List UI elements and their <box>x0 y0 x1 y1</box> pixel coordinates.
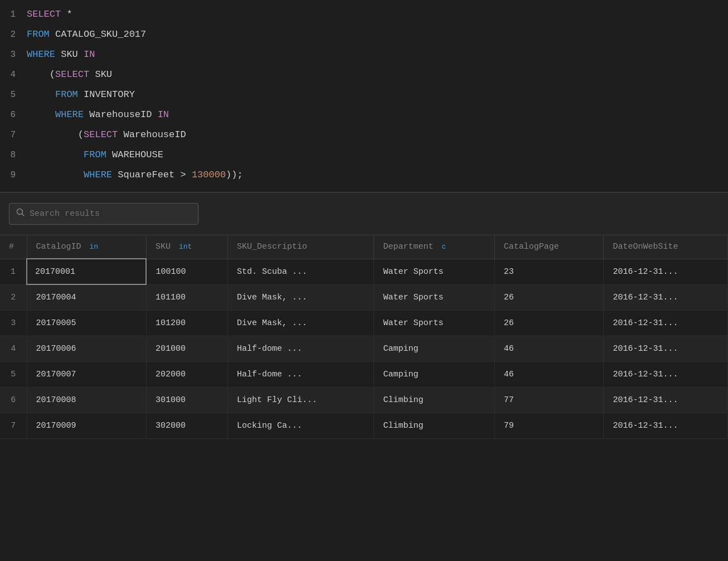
cell-sku-desc[interactable]: Std. Scuba ... <box>227 259 374 284</box>
search-input-wrapper[interactable] <box>9 203 198 225</box>
cell-sku[interactable]: 202000 <box>146 362 227 388</box>
cell-dateonwebsite[interactable]: 2016-12-31... <box>604 388 728 413</box>
col-header-sku-desc: SKU_Descriptio <box>227 235 374 259</box>
cell-department[interactable]: Camping <box>374 336 494 362</box>
sql-line-1: 1 SELECT * <box>0 6 728 26</box>
cell-catalogpage[interactable]: 23 <box>494 259 604 284</box>
cell-catalogid[interactable]: 20170001 <box>27 259 146 284</box>
cell-sku[interactable]: 302000 <box>146 413 227 439</box>
cell-sku[interactable]: 301000 <box>146 388 227 413</box>
table-row[interactable]: 420170006201000Half-dome ...Camping46201… <box>0 336 728 362</box>
results-table: # CatalogID in SKU int SKU_Descriptio De… <box>0 235 728 439</box>
cell-row-num[interactable]: 2 <box>0 284 27 311</box>
sql-line-6: 6 WHERE WarehouseID IN <box>0 106 728 126</box>
sql-line-3: 3 WHERE SKU IN <box>0 46 728 66</box>
line-number-1: 1 <box>0 9 27 20</box>
cell-row-num[interactable]: 1 <box>0 259 27 284</box>
cell-row-num[interactable]: 4 <box>0 336 27 362</box>
line-content-7: (SELECT WarehouseID <box>27 127 186 142</box>
cell-sku-desc[interactable]: Dive Mask, ... <box>227 284 374 311</box>
cell-sku-desc[interactable]: Half-dome ... <box>227 336 374 362</box>
line-number-9: 9 <box>0 170 27 180</box>
line-number-3: 3 <box>0 50 27 60</box>
cell-row-num[interactable]: 7 <box>0 413 27 439</box>
line-number-7: 7 <box>0 130 27 140</box>
cell-dateonwebsite[interactable]: 2016-12-31... <box>604 413 728 439</box>
sql-line-7: 7 (SELECT WarehouseID <box>0 126 728 146</box>
cell-catalogid[interactable]: 20170007 <box>27 362 146 388</box>
cell-catalogpage[interactable]: 79 <box>494 413 604 439</box>
col-header-sku: SKU int <box>146 235 227 259</box>
search-bar-area <box>0 193 728 235</box>
line-content-5: FROM INVENTORY <box>27 87 135 102</box>
line-number-6: 6 <box>0 110 27 120</box>
table-row[interactable]: 120170001100100Std. Scuba ...Water Sport… <box>0 259 728 284</box>
table-row[interactable]: 620170008301000Light Fly Cli...Climbing7… <box>0 388 728 413</box>
cell-catalogpage[interactable]: 46 <box>494 336 604 362</box>
cell-catalogid[interactable]: 20170009 <box>27 413 146 439</box>
cell-department[interactable]: Climbing <box>374 388 494 413</box>
cell-catalogpage[interactable]: 26 <box>494 284 604 311</box>
cell-row-num[interactable]: 5 <box>0 362 27 388</box>
cell-department[interactable]: Camping <box>374 362 494 388</box>
cell-sku[interactable]: 101200 <box>146 311 227 336</box>
cell-catalogid[interactable]: 20170006 <box>27 336 146 362</box>
sql-line-2: 2 FROM CATALOG_SKU_2017 <box>0 26 728 46</box>
table-header-row: # CatalogID in SKU int SKU_Descriptio De… <box>0 235 728 259</box>
col-header-row-num: # <box>0 235 27 259</box>
col-header-catalogpage: CatalogPage <box>494 235 604 259</box>
cell-dateonwebsite[interactable]: 2016-12-31... <box>604 362 728 388</box>
cell-dateonwebsite[interactable]: 2016-12-31... <box>604 259 728 284</box>
table-row[interactable]: 720170009302000Locking Ca...Climbing7920… <box>0 413 728 439</box>
cell-sku[interactable]: 101100 <box>146 284 227 311</box>
cell-dateonwebsite[interactable]: 2016-12-31... <box>604 284 728 311</box>
sql-line-8: 8 FROM WAREHOUSE <box>0 146 728 166</box>
col-header-catalogid: CatalogID in <box>27 235 146 259</box>
cell-department[interactable]: Climbing <box>374 413 494 439</box>
cell-sku-desc[interactable]: Light Fly Cli... <box>227 388 374 413</box>
cell-catalogid[interactable]: 20170004 <box>27 284 146 311</box>
cell-catalogpage[interactable]: 46 <box>494 362 604 388</box>
sql-line-9: 9 WHERE SquareFeet > 130000)); <box>0 166 728 186</box>
table-row[interactable]: 220170004101100Dive Mask, ...Water Sport… <box>0 284 728 311</box>
search-icon <box>16 208 25 220</box>
cell-catalogid[interactable]: 20170005 <box>27 311 146 336</box>
line-content-9: WHERE SquareFeet > 130000)); <box>27 167 243 182</box>
line-number-8: 8 <box>0 150 27 160</box>
sql-editor: 1 SELECT * 2 FROM CATALOG_SKU_2017 3 WHE… <box>0 0 728 193</box>
cell-dateonwebsite[interactable]: 2016-12-31... <box>604 336 728 362</box>
svg-line-1 <box>22 214 25 216</box>
line-number-2: 2 <box>0 30 27 40</box>
cell-sku-desc[interactable]: Locking Ca... <box>227 413 374 439</box>
cell-department[interactable]: Water Sports <box>374 259 494 284</box>
cell-catalogpage[interactable]: 77 <box>494 388 604 413</box>
line-number-4: 4 <box>0 70 27 80</box>
line-content-1: SELECT * <box>27 7 72 22</box>
col-header-department: Department c <box>374 235 494 259</box>
line-content-8: FROM WAREHOUSE <box>27 147 163 162</box>
cell-sku[interactable]: 201000 <box>146 336 227 362</box>
cell-catalogid[interactable]: 20170008 <box>27 388 146 413</box>
cell-row-num[interactable]: 3 <box>0 311 27 336</box>
cell-sku-desc[interactable]: Half-dome ... <box>227 362 374 388</box>
sql-line-5: 5 FROM INVENTORY <box>0 86 728 106</box>
cell-department[interactable]: Water Sports <box>374 311 494 336</box>
cell-sku-desc[interactable]: Dive Mask, ... <box>227 311 374 336</box>
cell-row-num[interactable]: 6 <box>0 388 27 413</box>
line-number-5: 5 <box>0 90 27 100</box>
line-content-3: WHERE SKU IN <box>27 47 95 62</box>
col-header-dateonwebsite: DateOnWebSite <box>604 235 728 259</box>
line-content-4: (SELECT SKU <box>27 67 112 82</box>
line-content-2: FROM CATALOG_SKU_2017 <box>27 27 146 42</box>
sql-line-4: 4 (SELECT SKU <box>0 66 728 86</box>
cell-catalogpage[interactable]: 26 <box>494 311 604 336</box>
table-row[interactable]: 520170007202000Half-dome ...Camping46201… <box>0 362 728 388</box>
cell-dateonwebsite[interactable]: 2016-12-31... <box>604 311 728 336</box>
cell-sku[interactable]: 100100 <box>146 259 227 284</box>
table-row[interactable]: 320170005101200Dive Mask, ...Water Sport… <box>0 311 728 336</box>
search-input[interactable] <box>30 209 191 219</box>
cell-department[interactable]: Water Sports <box>374 284 494 311</box>
line-content-6: WHERE WarehouseID IN <box>27 107 169 122</box>
